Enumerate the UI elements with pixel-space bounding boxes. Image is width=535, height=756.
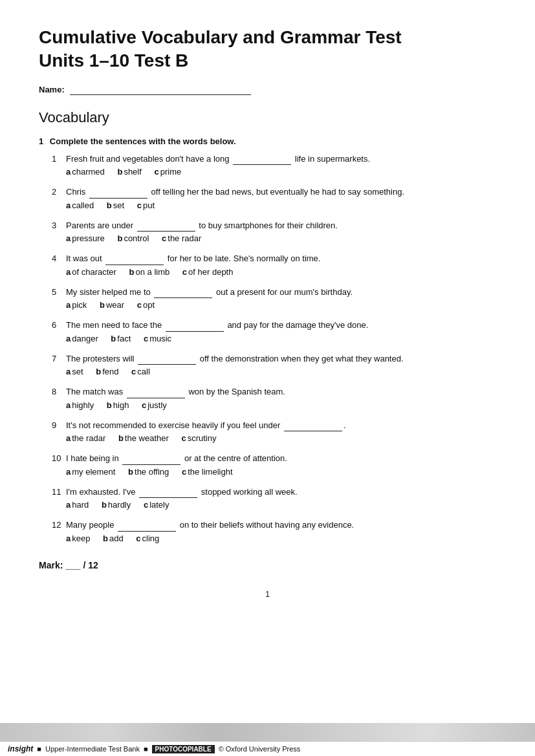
page-footer: insight ■ Upper-Intermediate Test Bank ■… <box>0 723 535 756</box>
q-item-3: 3 Parents are under to buy smartphones f… <box>52 219 496 249</box>
q-item-7: 7 The protesters will off the demonstrat… <box>52 352 496 382</box>
q-text-6: The men need to face the and pay for the… <box>66 319 368 332</box>
main-title: Cumulative Vocabulary and Grammar Test U… <box>39 26 496 73</box>
q-item-9: 9 It's not recommended to exercise heavi… <box>52 419 496 449</box>
mark-label: Mark: <box>39 560 63 570</box>
q-options-2: acalled bset cput <box>66 200 496 210</box>
q-options-7: aset bfend ccall <box>66 367 496 376</box>
name-field[interactable] <box>70 85 251 95</box>
q-num-5: 5 <box>52 287 66 297</box>
mark-line: Mark: ___ / 12 <box>39 560 496 570</box>
q-item-11: 11 I'm exhausted. I've stopped working a… <box>52 486 496 515</box>
q-item-4: 4 It was out for her to be late. She's n… <box>52 252 496 282</box>
q-options-10: amy element bthe offing cthe limelight <box>66 467 496 477</box>
footer-text-bar: insight ■ Upper-Intermediate Test Bank ■… <box>0 741 535 756</box>
footer-bank-label: Upper-Intermediate Test Bank <box>45 745 140 753</box>
q-options-1: acharmed bshelf cprime <box>66 167 496 177</box>
q-item-2: 2 Chris off telling her the bad news, bu… <box>52 186 496 215</box>
q-num-10: 10 <box>52 453 66 463</box>
q-num-12: 12 <box>52 520 66 530</box>
q-text-4: It was out for her to be late. She's nor… <box>66 252 320 265</box>
q-text-11: I'm exhausted. I've stopped working all … <box>66 486 298 499</box>
footer-image-bar <box>0 723 535 741</box>
q-text-1: Fresh fruit and vegetables don't have a … <box>66 153 370 166</box>
q-options-11: ahard bhardly clately <box>66 500 496 510</box>
q-text-8: The match was won by the Spanish team. <box>66 385 285 398</box>
q-item-10: 10 I hate being in or at the centre of a… <box>52 452 496 482</box>
q-num-7: 7 <box>52 354 66 363</box>
section-vocabulary-title: Vocabulary <box>39 109 496 126</box>
q-options-4: aof character bon a limb cof her depth <box>66 267 496 277</box>
footer-sep1: ■ <box>37 745 41 753</box>
q-num-1: 1 <box>52 154 66 164</box>
q-text-9: It's not recommended to exercise heavily… <box>66 419 346 432</box>
q-item-12: 12 Many people on to their beliefs witho… <box>52 519 496 548</box>
q-num-6: 6 <box>52 320 66 330</box>
question-1-label: 1 Complete the sentences with the words … <box>39 136 496 146</box>
q-options-12: akeep badd ccling <box>66 534 496 543</box>
q-item-5: 5 My sister helped me to out a present f… <box>52 286 496 316</box>
q-num-11: 11 <box>52 487 66 497</box>
q-num-3: 3 <box>52 221 66 230</box>
q-num-2: 2 <box>52 187 66 197</box>
footer-photocopiable-badge: PHOTOCOPIABLE <box>152 745 215 753</box>
q-num-8: 8 <box>52 387 66 396</box>
q-options-6: adanger bfact cmusic <box>66 334 496 343</box>
q-text-7: The protesters will off the demonstratio… <box>66 352 404 365</box>
footer-sep2: ■ <box>144 745 148 753</box>
q-text-10: I hate being in or at the centre of atte… <box>66 452 287 465</box>
q-item-6: 6 The men need to face the and pay for t… <box>52 319 496 349</box>
q-text-5: My sister helped me to out a present for… <box>66 286 353 299</box>
name-label: Name: <box>39 85 65 94</box>
question-1-block: 1 Complete the sentences with the words … <box>39 136 496 548</box>
name-line: Name: <box>39 85 496 95</box>
q-options-8: ahighly bhigh cjustly <box>66 400 496 410</box>
footer-copyright: © Oxford University Press <box>219 745 301 753</box>
q-text-3: Parents are under to buy smartphones for… <box>66 219 338 232</box>
q-options-9: athe radar bthe weather cscrutiny <box>66 433 496 443</box>
q-num-9: 9 <box>52 420 66 430</box>
footer-insight-label: insight <box>8 744 33 753</box>
q-item-8: 8 The match was won by the Spanish team.… <box>52 385 496 415</box>
q-item-1: 1 Fresh fruit and vegetables don't have … <box>52 153 496 182</box>
q-text-2: Chris off telling her the bad news, but … <box>66 186 404 199</box>
mark-value: ___ / 12 <box>65 560 98 570</box>
q-options-5: apick bwear copt <box>66 300 496 310</box>
page: Cumulative Vocabulary and Grammar Test U… <box>0 0 535 756</box>
q-num-4: 4 <box>52 254 66 263</box>
q-options-3: apressure bcontrol cthe radar <box>66 233 496 243</box>
q-text-12: Many people on to their beliefs without … <box>66 519 354 532</box>
page-number: 1 <box>39 590 496 599</box>
